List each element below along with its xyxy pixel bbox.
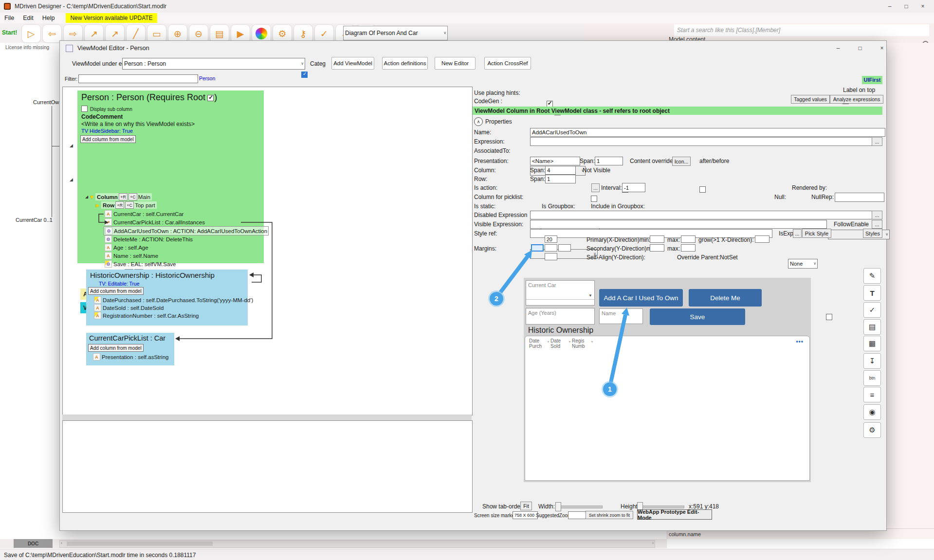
fit-button[interactable]: Fit [520,502,532,510]
menu-edit[interactable]: Edit [18,13,38,23]
scrollbar-thumb[interactable] [67,542,213,546]
uifirst-badge[interactable]: UIFirst [862,76,882,84]
expression-input[interactable] [530,137,874,146]
grid-more-button[interactable]: ••• [796,338,804,345]
add-row-button[interactable]: +R [115,201,124,209]
sort-icon[interactable]: ▼ [568,340,571,343]
style-globe-icon-button[interactable]: ◉ [863,404,881,420]
visible-expression-input[interactable] [530,220,827,229]
tree-node-deleteme[interactable]: ⚙DeleteMe : ACTION: DeleteThis [105,235,193,243]
primary-max-input[interactable] [681,235,696,243]
horizontal-scrollbar[interactable]: ‹ › [59,540,655,548]
style-button-icon-button[interactable]: btn [863,370,881,386]
styles-button[interactable]: Styles [863,229,882,238]
menu-file[interactable]: File [0,13,18,23]
filter-class-link[interactable]: Person [199,75,215,81]
preview-delete-me-button[interactable]: Delete Me [689,289,762,307]
tree-node-currentcarpicklist[interactable]: ↗CurrentCarPickList : Car.allInstances [105,218,205,226]
row-span-input[interactable]: 1 [545,175,576,183]
preview-save-button[interactable]: Save [650,308,745,325]
preview-name-field[interactable]: Name [599,308,643,324]
tree-node-age[interactable]: AAge : self.Age [105,243,148,252]
visible-ellipsis-button[interactable]: ... [872,220,882,229]
tree-expander-icon[interactable]: ◢ [70,143,73,148]
add-column-button[interactable]: +C [128,193,137,200]
margin-top-input[interactable]: 20 [545,235,557,243]
scroll-left-arrow-icon[interactable]: ‹ [61,541,62,545]
window-maximize-button[interactable]: □ [898,1,915,11]
disabled-ellipsis-button[interactable]: ... [872,211,882,219]
afterbefore-checkbox[interactable] [699,186,706,193]
grow-input[interactable] [755,235,769,243]
style-ellipsis-button[interactable]: ... [793,229,802,238]
not-visible-checkbox[interactable] [591,196,597,202]
presentation-input[interactable]: <Name> [530,157,580,165]
set-shrink-zoom-button[interactable]: Set shrink zoom to fit [586,511,633,519]
pick-style-button[interactable]: Pick Style [802,229,831,238]
style-list-icon-button[interactable]: ≡ [863,387,881,402]
properties-collapse-icon[interactable]: ∧ [474,117,483,126]
margin-right-input[interactable] [558,244,571,252]
new-editor-button[interactable]: New Editor [435,57,476,70]
tree-node-presentation[interactable]: APresentation : self.asString [93,353,168,361]
tree-node-save[interactable]: ⚙Save : EAL: selfVM.Save [105,260,176,268]
codecomment-value[interactable]: <Write a line on why this ViewModel exis… [81,121,195,127]
tree-node-registrationnumber[interactable]: ARegistrationNumber : self.Car.AsString [94,311,199,320]
expression-ellipsis-button[interactable]: ... [872,137,882,146]
tagged-values-button[interactable]: Tagged values [791,95,830,104]
width-slider-thumb[interactable] [555,502,561,511]
grid-column-header[interactable]: DateSold [550,338,569,349]
secondary-max-input[interactable] [681,244,696,252]
run-play-icon[interactable]: ▷ [21,24,41,43]
tree-node-currentcar[interactable]: ACurrentCar : self.CurrentCar [105,210,183,218]
nullrep-input[interactable] [835,193,884,202]
margin-bottom-input[interactable] [545,253,557,260]
primary-min-input[interactable] [650,235,664,243]
secondary-min-input[interactable] [650,244,664,252]
categ-checkbox[interactable] [301,72,308,78]
tree-node-datepurchased[interactable]: ADatePurchased : self.DatePurchased.ToSt… [94,296,253,304]
height-slider[interactable] [637,506,684,508]
column-span-input[interactable]: 4 [545,166,576,175]
tagged-value-editable[interactable]: TV: Editable: True [99,281,140,287]
update-banner[interactable]: New Version available UPDATE [66,13,157,23]
expander-icon[interactable]: ◢ [85,195,88,199]
tree-node-column-main[interactable]: ◢ ▼ Column +R +C Main [85,193,152,201]
action-definitions-button[interactable]: Action definitions [382,57,428,70]
scroll-right-arrow-icon[interactable]: › [652,541,654,545]
search-input[interactable]: Start a search like this [Class].[Member… [674,24,929,36]
margin-center-input[interactable] [545,244,557,252]
sort-icon[interactable]: ▼ [547,340,550,343]
add-column-button[interactable]: +C [125,201,134,209]
add-viewmodel-button[interactable]: Add ViewModel [331,57,374,70]
tree-node-name[interactable]: AName : self.Name [105,252,158,260]
nav-back-icon[interactable]: ⇦ [42,24,62,43]
grid-column-header[interactable]: RegisNumb [572,338,591,349]
icon-button[interactable]: Icon... [672,157,691,166]
webapp-prototype-button[interactable]: WebApp Prototype Edit-Mode [637,509,712,520]
style-edit-icon-button[interactable]: ✎ [863,268,881,284]
interval-input[interactable]: -1 [622,183,645,192]
action-crossref-button[interactable]: Action CrossRef [484,57,531,70]
filter-input[interactable] [78,74,198,83]
tree-node-datesold[interactable]: ADateSold : self.DateSold [94,304,164,312]
add-column-from-model-button[interactable]: Add column from model [88,287,144,295]
width-slider[interactable] [555,506,603,508]
tree-expander-icon[interactable]: ◢ [70,177,73,182]
dialog-minimize-button[interactable]: – [830,43,846,53]
diagram-selector[interactable]: Diagram Of Person And Car [343,26,448,40]
dialog-maximize-button[interactable]: □ [852,43,868,53]
dialog-close-button[interactable]: × [874,43,890,53]
screen-size-input[interactable]: 758 X 600 [513,511,538,519]
canvas-splitter[interactable] [62,415,472,420]
under-edit-combobox[interactable]: Person : Person [122,58,305,70]
add-column-from-model-button[interactable]: Add column from model [88,344,144,352]
tree-node-row-toppart[interactable]: ► Row +R +C Top part [95,201,157,209]
display-sub-column-checkbox[interactable] [81,106,88,112]
style-grid-icon-button[interactable]: ▦ [863,336,881,351]
sort-icon[interactable]: ▼ [590,340,594,343]
add-column-from-model-button[interactable]: Add column from model [80,135,136,143]
window-minimize-button[interactable]: – [881,1,898,11]
style-checkbox-icon-button[interactable]: ✓ [863,302,881,318]
followenable-checkbox[interactable] [826,314,832,320]
